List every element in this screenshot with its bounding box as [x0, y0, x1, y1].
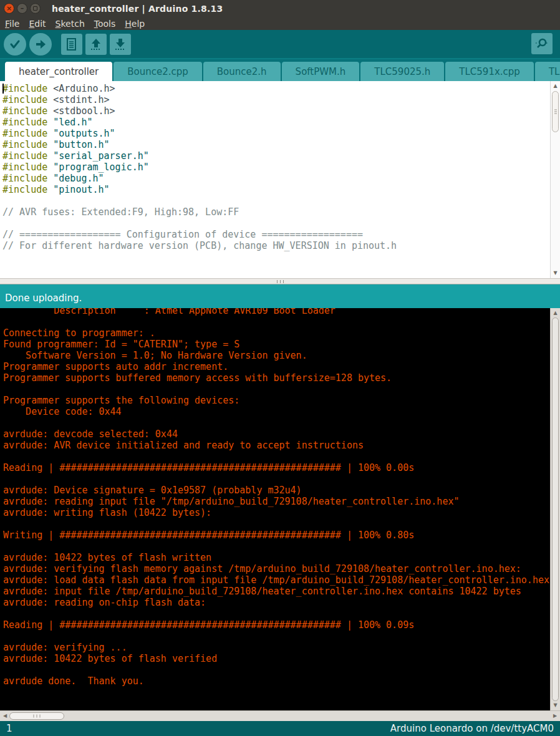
serial-monitor-button[interactable]: [531, 33, 553, 54]
window-title: heater_controller | Arduino 1.8.13: [52, 4, 223, 14]
console-scroll-thumb[interactable]: [552, 317, 559, 701]
arduino-ide-window: × – heater_controller | Arduino 1.8.13 F…: [0, 0, 560, 736]
menubar: FileEditSketchToolsHelp: [0, 17, 560, 30]
console-horizontal-scrollbar[interactable]: ◀ ▶: [0, 710, 560, 721]
tab-tlc591x-cpp[interactable]: TLC591x.cpp: [445, 62, 534, 81]
scroll-right-arrow-icon[interactable]: ▶: [551, 711, 559, 721]
text-cursor: [2, 84, 4, 94]
editor-scroll-thumb[interactable]: [552, 91, 559, 132]
status-message: Done uploading.: [5, 293, 82, 304]
scroll-down-arrow-icon[interactable]: ▼: [551, 701, 560, 710]
down-arrow-icon: [113, 37, 127, 51]
open-button[interactable]: [85, 34, 107, 55]
console-vertical-scrollbar[interactable]: ▲ ▼: [550, 308, 560, 710]
verify-button[interactable]: [4, 33, 26, 56]
editor-vertical-scrollbar[interactable]: ▲ ▼: [550, 81, 560, 278]
editor-console-divider[interactable]: [0, 278, 560, 284]
menu-tools[interactable]: Tools: [94, 19, 116, 29]
tab-tlc59025-h[interactable]: TLC59025.h: [360, 62, 444, 81]
magnifier-icon: [535, 37, 549, 51]
footer-status-bar: 1 Arduino Leonardo on /dev/ttyACM0: [0, 721, 560, 736]
line-number: 1: [6, 723, 12, 734]
tab-bounce2-cpp[interactable]: Bounce2.cpp: [113, 62, 202, 81]
right-arrow-icon: [34, 38, 47, 51]
menu-edit[interactable]: Edit: [29, 19, 46, 29]
tab-heater-controller[interactable]: heater_controller: [5, 62, 112, 81]
up-arrow-icon: [89, 37, 103, 51]
document-icon: [65, 37, 78, 51]
tab-bounce2-h[interactable]: Bounce2.h: [203, 62, 281, 81]
console-text: Description : Atmel AppNote AVR109 Boot …: [0, 308, 560, 687]
save-button[interactable]: [110, 34, 131, 55]
menu-sketch[interactable]: Sketch: [56, 19, 85, 29]
output-console[interactable]: Description : Atmel AppNote AVR109 Boot …: [0, 308, 560, 710]
window-close-button[interactable]: ×: [4, 3, 14, 14]
board-port-info: Arduino Leonardo on /dev/ttyACM0: [390, 723, 554, 734]
titlebar: × – heater_controller | Arduino 1.8.13: [0, 0, 560, 17]
tab-softpwm-h[interactable]: SoftPWM.h: [282, 62, 360, 81]
code-editor[interactable]: #include <Arduino.h>#include <stdint.h>#…: [0, 81, 560, 278]
window-minimize-button[interactable]: –: [17, 3, 27, 14]
new-sketch-button[interactable]: [61, 34, 82, 55]
tab-tlc5x-h[interactable]: TLC5▼x.h: [535, 62, 560, 81]
upload-status-bar: Done uploading.: [0, 284, 560, 308]
scroll-left-arrow-icon[interactable]: ◀: [1, 711, 9, 721]
scroll-up-arrow-icon[interactable]: ▲: [551, 82, 560, 90]
tab-strip: heater_controllerBounce2.cppBounce2.hSof…: [0, 59, 560, 81]
window-maximize-button[interactable]: [30, 3, 41, 14]
menu-file[interactable]: File: [5, 19, 19, 29]
toolbar: [0, 30, 560, 59]
check-icon: [9, 38, 21, 51]
menu-help[interactable]: Help: [125, 19, 145, 29]
scroll-up-arrow-icon[interactable]: ▲: [551, 309, 560, 317]
scroll-down-arrow-icon[interactable]: ▼: [551, 269, 560, 278]
console-hscroll-thumb[interactable]: [9, 712, 64, 720]
upload-button[interactable]: [29, 33, 52, 56]
code-text: #include <Arduino.h>#include <stdint.h>#…: [0, 81, 560, 251]
